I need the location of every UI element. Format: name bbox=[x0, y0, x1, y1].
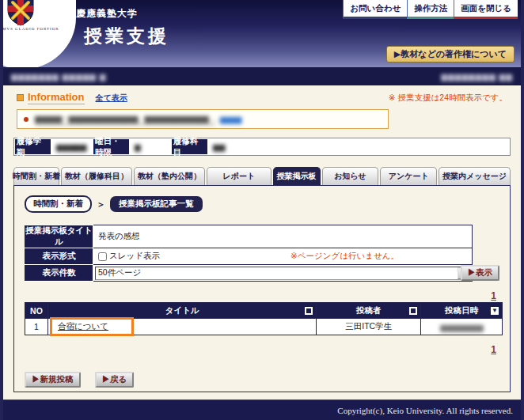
breadcrumb-article-list: 授業掲示板記事一覧 bbox=[110, 196, 203, 212]
action-buttons: ▶新規投稿 ▶戻る bbox=[25, 372, 499, 388]
information-header: Information 全て表示 ※ 授業支援は24時間表示です。 bbox=[17, 91, 507, 104]
new-post-button[interactable]: ▶新規投稿 bbox=[25, 372, 81, 388]
information-box: ▆▆▆▆▆・▆▆▆▆▆▆▆▆▆▆▆▆▆、▆▆▆▆▆▆▆▆▆▆▆▆… ▆▆▆▆ bbox=[17, 109, 389, 129]
day-period-value-redacted: ▆ bbox=[130, 138, 171, 155]
breadcrumb: 時間割・新着 ＞ 授業掲示板記事一覧 bbox=[25, 195, 499, 213]
user-bar: ▆▆▆▆▆▆▆ ▆▆▆▆▆ ▆ ▆▆▆▆▆▆▆▆ ▆▆ bbox=[3, 67, 521, 85]
breadcrumb-arrow-icon: ＞ bbox=[97, 199, 105, 210]
materials-copyright-button[interactable]: ▶教材などの著作権について bbox=[386, 46, 515, 62]
footer: Copyright(c), Keio University. All right… bbox=[3, 399, 521, 420]
main-area: Information 全て表示 ※ 授業支援は24時間表示です。 ▆▆▆▆▆・… bbox=[3, 85, 521, 392]
row-no: 1 bbox=[25, 319, 48, 335]
course-label: 履修科目 bbox=[172, 139, 207, 154]
page-1-link-bottom[interactable]: 1 bbox=[491, 344, 496, 355]
datetime-redacted: ▆▆▆▆▆▆▆▆ ▆▆ bbox=[441, 72, 513, 81]
information-item-redacted: ▆▆▆▆▆・▆▆▆▆▆▆▆▆▆▆▆▆▆、▆▆▆▆▆▆▆▆▆▆▆▆… bbox=[35, 113, 215, 125]
board-title-label: 授業掲示板タイトル bbox=[25, 225, 93, 248]
tab-class-message[interactable]: 授業内メッセージ bbox=[439, 167, 511, 185]
col-header-author: 投稿者 bbox=[356, 305, 382, 316]
tab-bar: 時間割・新着 教材（履修科目） 教材（塾内公開） レポート 授業掲示板 お知らせ… bbox=[13, 167, 511, 185]
contact-button[interactable]: お問い合わせ bbox=[343, 0, 407, 19]
course-value-redacted: ▆▆ bbox=[208, 138, 510, 155]
tab-bulletin-board[interactable]: 授業掲示板 bbox=[273, 167, 321, 185]
breadcrumb-timetable[interactable]: 時間割・新着 bbox=[25, 195, 92, 213]
tab-report[interactable]: レポート bbox=[207, 167, 271, 185]
day-period-label: 曜日・時限 bbox=[93, 139, 129, 154]
page-1-link[interactable]: 1 bbox=[491, 290, 496, 301]
pagination-bottom: 1 bbox=[25, 342, 499, 353]
copyright-text: Copyright(c), Keio University. All right… bbox=[337, 406, 513, 415]
show-button[interactable]: ▶表示 bbox=[461, 265, 500, 281]
tab-news[interactable]: お知らせ bbox=[322, 167, 379, 185]
thread-view-checkbox[interactable] bbox=[98, 252, 107, 261]
semester-label: 履修学期 bbox=[15, 139, 51, 154]
show-all-link[interactable]: 全て表示 bbox=[96, 93, 127, 104]
university-motto: CALAMVS GLADIO FORTIOR bbox=[3, 27, 60, 31]
article-link[interactable]: 合宿について bbox=[58, 321, 108, 331]
row-posted-redacted: ▆▆▆▆▆▆▆▆ bbox=[440, 323, 483, 331]
close-screen-button[interactable]: 画面を閉じる bbox=[454, 0, 518, 19]
table-row: 1 合宿について 三田ITC学生 ▆▆▆▆▆▆▆▆ bbox=[25, 319, 503, 335]
col-header-no: NO bbox=[25, 303, 48, 319]
display-count-label: 表示件数 bbox=[25, 265, 93, 282]
board-form: 授業掲示板タイトル 発表の感想 表示形式 スレッド表示 ※ページングは行いません… bbox=[25, 225, 499, 282]
bullet-icon bbox=[24, 117, 28, 122]
thread-view-label: スレッド表示 bbox=[109, 251, 160, 262]
row-author: 三田ITC学生 bbox=[317, 319, 421, 335]
page-size-value: 50件ページ bbox=[98, 267, 141, 278]
course-info-bar: 履修学期 ▆▆▆▆▆ 曜日・時限 ▆ 履修科目 ▆▆ bbox=[13, 138, 511, 156]
paging-note: ※ページングは行いません。 bbox=[290, 251, 399, 262]
logo-area: Keio University CALAMVS GLADIO FORTIOR bbox=[3, 0, 76, 67]
information-square-icon bbox=[17, 94, 24, 101]
sort-title-icon[interactable] bbox=[305, 307, 313, 315]
tab-materials-public[interactable]: 教材（塾内公開） bbox=[134, 167, 205, 185]
app-window: Keio University CALAMVS GLADIO FORTIOR 慶… bbox=[0, 0, 524, 420]
content-panel: 時間割・新着 ＞ 授業掲示板記事一覧 授業掲示板タイトル 発表の感想 表示形式 bbox=[13, 185, 511, 392]
header-buttons: お問い合わせ 操作方法 画面を閉じる bbox=[343, 0, 518, 19]
board-title-value: 発表の感想 bbox=[93, 225, 473, 248]
sort-author-icon[interactable] bbox=[409, 307, 417, 315]
semester-value-redacted: ▆▆▆▆▆ bbox=[51, 138, 93, 155]
information-item-link-redacted[interactable]: ▆▆▆▆ bbox=[220, 115, 241, 123]
user-name-redacted: ▆▆▆▆▆▆▆ ▆▆▆▆▆ ▆ bbox=[11, 72, 107, 81]
display-format-label: 表示形式 bbox=[25, 248, 93, 265]
app-title: 授業支援 bbox=[84, 24, 169, 48]
article-table: NO タイトル 投稿者 bbox=[25, 302, 503, 335]
tab-timetable[interactable]: 時間割・新着 bbox=[13, 167, 59, 185]
tab-materials-enrolled[interactable]: 教材（履修科目） bbox=[61, 167, 132, 185]
tab-survey[interactable]: アンケート bbox=[380, 167, 437, 185]
keio-crest-icon bbox=[6, 0, 35, 29]
hours-note: ※ 授業支援は24時間表示です。 bbox=[389, 93, 507, 104]
information-title: Information bbox=[28, 91, 85, 104]
help-button[interactable]: 操作方法 bbox=[407, 0, 454, 19]
pagination-top: 1 bbox=[25, 288, 499, 299]
page-size-select[interactable]: 50件ページ ▼ bbox=[95, 267, 470, 280]
header: Keio University CALAMVS GLADIO FORTIOR 慶… bbox=[3, 0, 521, 67]
back-button[interactable]: ▶戻る bbox=[95, 372, 135, 388]
sort-posted-desc-icon[interactable]: ▼ bbox=[491, 307, 499, 315]
col-header-posted: 投稿日時 bbox=[445, 305, 478, 316]
university-name-jp: 慶應義塾大学 bbox=[76, 7, 138, 21]
col-header-title: タイトル bbox=[165, 305, 199, 316]
